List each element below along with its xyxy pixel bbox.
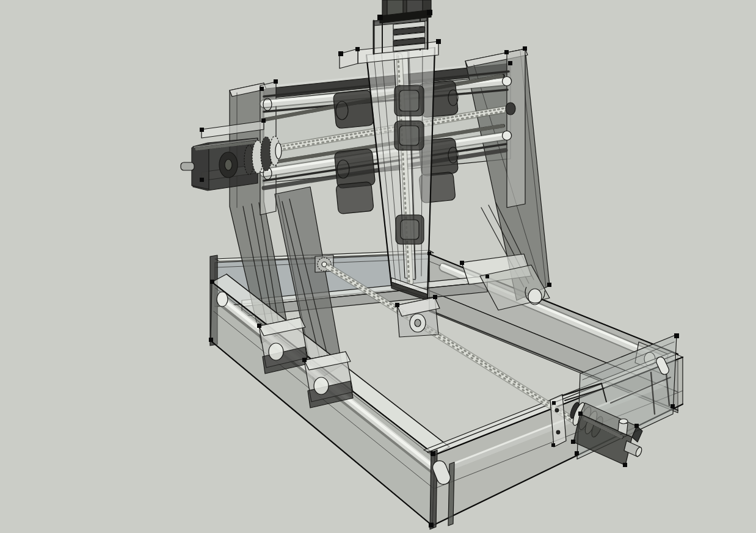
x-motor-shaft: [181, 162, 194, 170]
y-bearing-block-left-1[interactable]: [259, 317, 308, 374]
front-wall-post: [448, 462, 454, 526]
y-bearing-block-left-2[interactable]: [304, 352, 353, 408]
y-rail-left-end-cap: [217, 292, 228, 306]
model-canvas[interactable]: [0, 0, 756, 533]
gantry-right-plate: [507, 49, 525, 208]
cad-viewport[interactable]: [0, 0, 756, 533]
z-coupling: [393, 21, 425, 51]
